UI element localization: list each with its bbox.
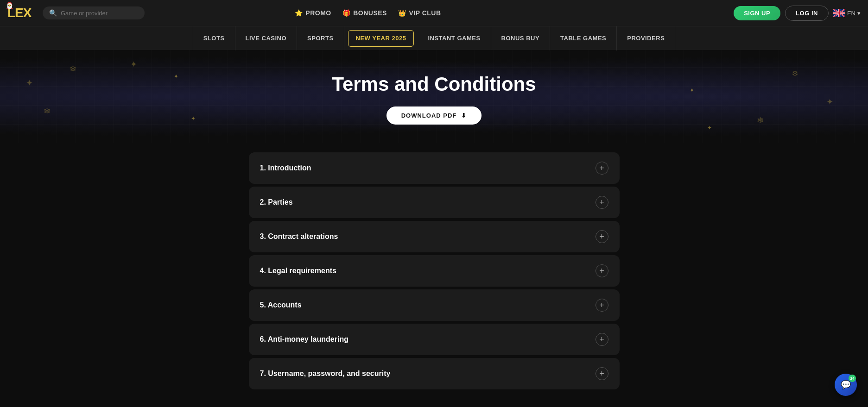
snowflake-icon: ✦ (130, 59, 137, 69)
gift-icon: 🎁 (342, 9, 351, 17)
expand-icon: + (596, 264, 608, 277)
support-icon: 💬 (841, 380, 851, 390)
accordion-item-anti_money_laundering[interactable]: 6. Anti-money laundering+ (249, 324, 620, 355)
navbar-item-providers[interactable]: PROVIDERS (617, 26, 675, 50)
accordion-item-accounts[interactable]: 5. Accounts+ (249, 289, 620, 321)
navbar-item-instant_games[interactable]: INSTANT GAMES (418, 26, 491, 50)
navbar-item-new_year_2025[interactable]: NEW YEAR 2025 (348, 30, 414, 47)
sparkle-icon: ✦ (707, 125, 712, 131)
accordion-item-username_password_security[interactable]: 7. Username, password, and security+ (249, 358, 620, 389)
accordion-label-accounts: 5. Accounts (260, 301, 302, 309)
header: 🎅 LEX 🔍 ⭐ PROMO 🎁 BONUSES 👑 VIP CLUB SIG… (0, 0, 868, 26)
crown-icon: 👑 (398, 9, 406, 17)
accordion-label-username_password_security: 7. Username, password, and security (260, 369, 391, 378)
download-icon: ⬇ (461, 112, 467, 119)
snowflake-icon: ✦ (826, 97, 833, 107)
snowflake-icon: ❄ (70, 64, 76, 74)
hero-bg-pattern (0, 50, 868, 143)
expand-icon: + (596, 333, 608, 346)
header-promo-nav: ⭐ PROMO 🎁 BONUSES 👑 VIP CLUB (295, 9, 441, 17)
bonuses-label: BONUSES (353, 9, 387, 17)
promo-label: PROMO (305, 9, 331, 17)
support-bubble[interactable]: 💬 24 (835, 374, 857, 396)
accordion-label-introduction: 1. Introduction (260, 164, 311, 172)
header-nav-bonuses[interactable]: 🎁 BONUSES (342, 9, 387, 17)
lang-label: EN (847, 10, 855, 17)
search-icon: 🔍 (49, 9, 57, 17)
snowflake-icon: ❄ (44, 106, 51, 116)
header-nav-promo[interactable]: ⭐ PROMO (295, 9, 331, 17)
main-navbar: SLOTSLIVE CASINOSPORTSNEW YEAR 2025INSTA… (0, 26, 868, 50)
page-title: Terms and Conditions (332, 73, 536, 95)
signup-button[interactable]: SIGN UP (734, 6, 780, 20)
chevron-down-icon: ▾ (857, 10, 861, 17)
download-pdf-button[interactable]: DOWNLOAD PDF ⬇ (386, 106, 482, 125)
header-actions: SIGN UP LOG IN EN ▾ (734, 6, 861, 21)
logo-hat-icon: 🎅 (6, 2, 13, 9)
star-icon: ⭐ (295, 9, 303, 17)
expand-icon: + (596, 299, 608, 312)
navbar-item-slots[interactable]: SLOTS (193, 26, 235, 50)
navbar-item-sports[interactable]: SPORTS (297, 26, 344, 50)
vip-label: VIP CLUB (409, 9, 441, 17)
expand-icon: + (596, 230, 608, 243)
snowflake-icon: ✦ (26, 78, 33, 88)
login-button[interactable]: LOG IN (785, 6, 829, 21)
terms-content: 1. Introduction+2. Parties+3. Contract a… (0, 143, 868, 407)
expand-icon: + (596, 196, 608, 209)
accordion-item-introduction[interactable]: 1. Introduction+ (249, 152, 620, 184)
expand-icon: + (596, 367, 608, 380)
expand-icon: + (596, 162, 608, 175)
search-input[interactable] (61, 10, 138, 17)
navbar-item-live_casino[interactable]: LIVE CASINO (235, 26, 298, 50)
header-nav-vip[interactable]: 👑 VIP CLUB (398, 9, 441, 17)
download-pdf-label: DOWNLOAD PDF (401, 112, 457, 119)
uk-flag-icon (833, 9, 845, 17)
support-badge: 24 (849, 375, 856, 382)
sparkle-icon: ✦ (690, 87, 694, 94)
snowflake-icon: ❄ (792, 69, 798, 79)
accordion-label-parties: 2. Parties (260, 198, 293, 207)
snowflakes-decoration: ❄ ✦ ✦ ❄ ❄ ✦ ❄ ✦ ✦ ✦ ✦ (0, 50, 868, 143)
hero-section: ❄ ✦ ✦ ❄ ❄ ✦ ❄ ✦ ✦ ✦ ✦ Terms and Conditio… (0, 50, 868, 143)
accordion-label-contract_alterations: 3. Contract alterations (260, 232, 338, 241)
sparkle-icon: ✦ (174, 73, 178, 80)
search-bar[interactable]: 🔍 (43, 6, 145, 19)
accordion-item-contract_alterations[interactable]: 3. Contract alterations+ (249, 221, 620, 252)
navbar-item-table_games[interactable]: TABLE GAMES (550, 26, 617, 50)
accordion-item-parties[interactable]: 2. Parties+ (249, 187, 620, 218)
accordion-label-legal_requirements: 4. Legal requirements (260, 267, 336, 275)
snowflake-icon: ❄ (757, 115, 764, 125)
navbar-item-bonus_buy[interactable]: BONUS BUY (491, 26, 551, 50)
sparkle-icon: ✦ (191, 115, 196, 122)
language-selector[interactable]: EN ▾ (833, 9, 861, 17)
logo[interactable]: 🎅 LEX (7, 6, 35, 20)
accordion-label-anti_money_laundering: 6. Anti-money laundering (260, 335, 348, 344)
accordion-item-legal_requirements[interactable]: 4. Legal requirements+ (249, 255, 620, 287)
